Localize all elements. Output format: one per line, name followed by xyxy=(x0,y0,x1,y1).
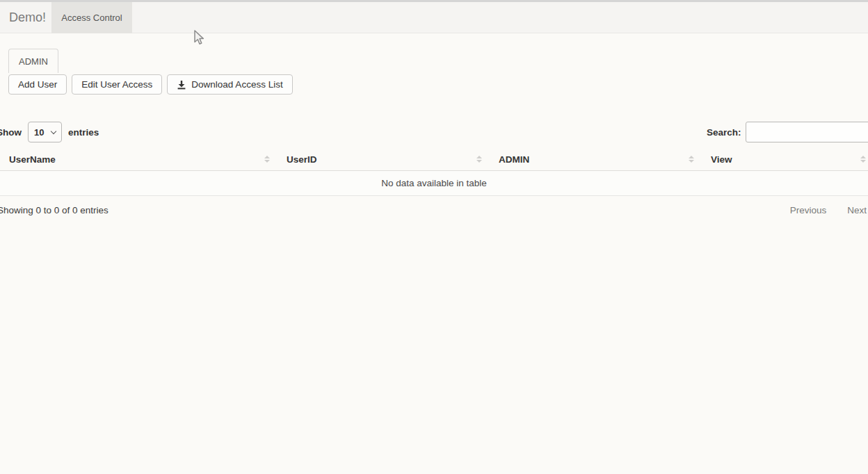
page-length-select-box: 10 xyxy=(28,122,62,142)
add-user-label: Add User xyxy=(18,79,57,90)
table-info: Showing 0 to 0 of 0 entries xyxy=(0,205,108,215)
empty-message: No data available in table xyxy=(0,170,868,195)
sort-both-icon xyxy=(860,156,866,163)
download-icon xyxy=(177,80,186,90)
column-header-userid-label: UserID xyxy=(287,154,317,165)
add-user-button[interactable]: Add User xyxy=(8,74,67,95)
navbar: Demo! Access Control xyxy=(0,2,868,33)
sort-both-icon xyxy=(689,156,694,163)
download-access-list-button[interactable]: Download Access List xyxy=(167,74,292,95)
column-header-username[interactable]: UserName xyxy=(0,149,275,170)
column-header-admin[interactable]: ADMIN xyxy=(487,149,699,170)
show-label: Show xyxy=(0,127,22,138)
arrow-pointer-cursor xyxy=(193,30,207,47)
column-header-view[interactable]: View xyxy=(699,149,868,170)
access-list-table: UserName UserID ADMIN View No data avail… xyxy=(0,149,868,196)
column-header-view-label: View xyxy=(711,154,732,165)
entries-label: entries xyxy=(68,127,99,138)
table-header: UserName UserID ADMIN View xyxy=(0,149,868,170)
table-search-control: Search: xyxy=(707,122,868,142)
sort-both-icon xyxy=(476,156,482,163)
previous-page-button[interactable]: Previous xyxy=(790,205,827,215)
empty-row: No data available in table xyxy=(0,170,868,195)
navbar-brand[interactable]: Demo! xyxy=(9,2,46,33)
sort-both-icon xyxy=(264,156,270,163)
page-length-control: Show 10 entries xyxy=(0,122,99,142)
column-header-username-label: UserName xyxy=(9,154,56,165)
edit-user-access-label: Edit User Access xyxy=(81,79,152,90)
column-header-userid[interactable]: UserID xyxy=(275,149,487,170)
download-access-list-label: Download Access List xyxy=(191,79,282,90)
access-control-page: { "navbar": { "brand": "Demo!", "active_… xyxy=(0,0,868,474)
edit-user-access-button[interactable]: Edit User Access xyxy=(72,74,162,95)
search-input[interactable] xyxy=(746,122,868,142)
next-page-button[interactable]: Next xyxy=(847,205,867,215)
table-body: No data available in table xyxy=(0,170,868,195)
pagination: Previous Next xyxy=(790,205,867,215)
page-length-select[interactable]: 10 xyxy=(28,122,62,142)
column-header-admin-label: ADMIN xyxy=(499,154,529,165)
toolbar: Add User Edit User Access Download Acces… xyxy=(8,74,293,95)
nav-item-access-control[interactable]: Access Control xyxy=(51,2,132,33)
search-label: Search: xyxy=(707,127,741,138)
tab-admin[interactable]: ADMIN xyxy=(8,49,58,73)
